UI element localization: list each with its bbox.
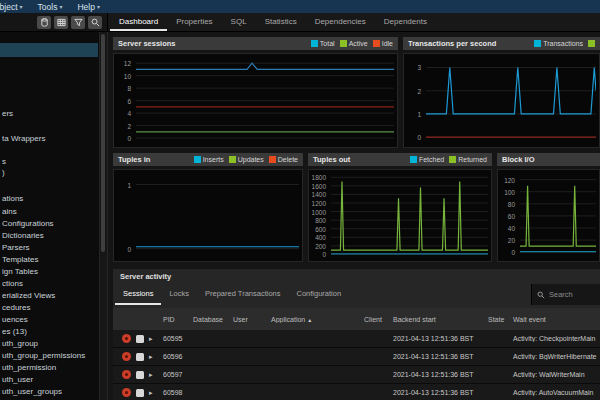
tree-item[interactable]: uth_group_permissions	[2, 350, 98, 361]
table-row[interactable]: ▸605972021-04-13 12:51:36 BSTActivity: W…	[113, 366, 600, 384]
column-header-user[interactable]: User	[229, 316, 267, 323]
view-data-button[interactable]	[54, 16, 68, 29]
tree-item[interactable]: s	[2, 156, 98, 167]
series-returned	[331, 182, 488, 251]
cell-pid: 60598	[159, 389, 189, 396]
row-actions-cell: ▸	[113, 370, 159, 379]
terminate-session-icon[interactable]	[122, 352, 131, 361]
query-tool-icon	[40, 13, 49, 31]
expand-row-icon[interactable]: ▸	[149, 389, 153, 396]
series-total	[136, 63, 394, 69]
tab-properties[interactable]: Properties	[167, 13, 221, 31]
tree-item[interactable]: ains	[2, 206, 98, 217]
legend-swatch-icon	[340, 40, 347, 47]
tree-item[interactable]: uences	[2, 314, 98, 325]
table-row[interactable]: ▸605952021-04-13 12:51:36 BSTActivity: C…	[113, 330, 600, 348]
legend-transactions-per-second: Transactions	[534, 40, 595, 47]
terminate-session-icon[interactable]	[122, 370, 131, 379]
column-header-state[interactable]: State	[484, 316, 509, 323]
column-header-wait-event[interactable]: Wait event	[509, 316, 600, 323]
tree-item[interactable]: Configurations	[2, 218, 98, 229]
activity-tab-locks[interactable]: Locks	[161, 284, 197, 305]
cancel-query-icon[interactable]	[136, 371, 144, 379]
chevron-down-icon: ▾	[97, 3, 100, 10]
tab-dependencies[interactable]: Dependencies	[306, 13, 375, 31]
legend-item	[588, 40, 595, 47]
search-button[interactable]	[88, 16, 102, 29]
legend-tuples-in: InsertsUpdatesDelete	[194, 156, 298, 163]
tree-item[interactable]: )	[2, 167, 98, 178]
row-actions-cell: ▸	[113, 388, 159, 397]
y-tick-label: 1000	[312, 208, 326, 215]
legend-item: Total	[311, 40, 335, 47]
search-icon	[537, 291, 545, 299]
tree-item[interactable]: ign Tables	[2, 266, 98, 277]
column-header-backend-start[interactable]: Backend start	[389, 316, 484, 323]
tree-item[interactable]: erialized Views	[2, 290, 98, 301]
tree-item[interactable]: Parsers	[2, 242, 98, 253]
chevron-down-icon: ▾	[20, 3, 23, 10]
legend-swatch-icon	[373, 40, 380, 47]
activity-tab-prepared-transactions[interactable]: Prepared Transactions	[197, 284, 288, 305]
table-row[interactable]: ▸605962021-04-13 12:51:36 BSTActivity: B…	[113, 348, 600, 366]
tree-item[interactable]: ations	[2, 193, 98, 204]
y-tick-label: 12	[124, 60, 131, 67]
tab-statistics[interactable]: Statistics	[256, 13, 306, 31]
tree-item[interactable]: Dictionaries	[2, 230, 98, 241]
tab-sql[interactable]: SQL	[222, 13, 256, 31]
tree-item[interactable]: uth_user	[2, 374, 98, 385]
cancel-query-icon[interactable]	[136, 389, 144, 397]
tree-item-selected[interactable]	[0, 43, 98, 57]
terminate-session-icon[interactable]	[122, 388, 131, 397]
sidebar-scrollbar[interactable]	[99, 32, 107, 400]
tree-item[interactable]: cedures	[2, 302, 98, 313]
panel-title-tuples-in: Tuples in	[118, 155, 150, 164]
cell-backend-start: 2021-04-13 12:51:36 BST	[389, 353, 484, 360]
main-tab-bar: DashboardPropertiesSQLStatisticsDependen…	[108, 13, 600, 31]
tree-item[interactable]: uth_permission	[2, 362, 98, 373]
activity-tab-configuration[interactable]: Configuration	[289, 284, 350, 305]
expand-row-icon[interactable]: ▸	[149, 353, 153, 360]
y-tick-label: 1400	[312, 191, 326, 198]
chart-body-tuples-out: 020040060080010001200140016001800	[308, 169, 492, 262]
query-tool-button[interactable]	[37, 16, 51, 29]
tree-item[interactable]: ta Wrappers	[2, 133, 98, 144]
cancel-query-icon[interactable]	[136, 335, 144, 343]
cancel-query-icon[interactable]	[136, 353, 144, 361]
activity-tab-sessions[interactable]: Sessions	[115, 284, 161, 305]
sidebar-scrollbar-thumb[interactable]	[101, 34, 105, 252]
menu-help[interactable]: Help▾	[77, 2, 100, 12]
menu-tools[interactable]: Tools▾	[38, 2, 63, 12]
tab-dependents[interactable]: Dependents	[375, 13, 436, 31]
tab-dashboard[interactable]: Dashboard	[110, 13, 167, 31]
sessions-table: PIDDatabaseUserApplication▴ClientBackend…	[113, 308, 600, 400]
expand-row-icon[interactable]: ▸	[149, 371, 153, 378]
tree-item[interactable]: uth_group	[2, 338, 98, 349]
expand-row-icon[interactable]: ▸	[149, 335, 153, 342]
panel-server-sessions: Server sessionsTotalActiveIdle024681012	[113, 37, 398, 148]
tree-item[interactable]: es (13)	[2, 326, 98, 337]
tree-item[interactable]: uth_user_groups	[2, 386, 98, 397]
legend-item: Returned	[449, 156, 487, 163]
server-activity-tab-bar: SessionsLocksPrepared TransactionsConfig…	[113, 284, 600, 305]
search-icon	[91, 13, 100, 31]
terminate-session-icon[interactable]	[122, 334, 131, 343]
tree-item[interactable]: Templates	[2, 254, 98, 265]
tree-item[interactable]: ctions	[2, 278, 98, 289]
search-input[interactable]	[549, 290, 595, 299]
filter-button[interactable]	[71, 16, 85, 29]
table-row[interactable]: ▸605982021-04-13 12:51:36 BSTActivity: A…	[113, 384, 600, 400]
object-browser-tree: ersta Wrapperss)ationsainsConfigurations…	[0, 32, 108, 400]
y-tick-label: 40	[508, 224, 515, 231]
menu-object[interactable]: Object▾	[0, 2, 23, 12]
y-tick-label: 8	[127, 85, 131, 92]
chart-body-server-sessions: 024681012	[113, 53, 398, 148]
column-header-pid[interactable]: PID	[159, 316, 189, 323]
search-box[interactable]	[531, 284, 600, 305]
legend-server-sessions: TotalActiveIdle	[311, 40, 393, 47]
tree-item[interactable]: ers	[2, 108, 98, 119]
column-header-database[interactable]: Database	[189, 316, 229, 323]
column-header-client[interactable]: Client	[360, 316, 389, 323]
column-header-application[interactable]: Application▴	[267, 316, 360, 323]
legend-item: Active	[340, 40, 368, 47]
